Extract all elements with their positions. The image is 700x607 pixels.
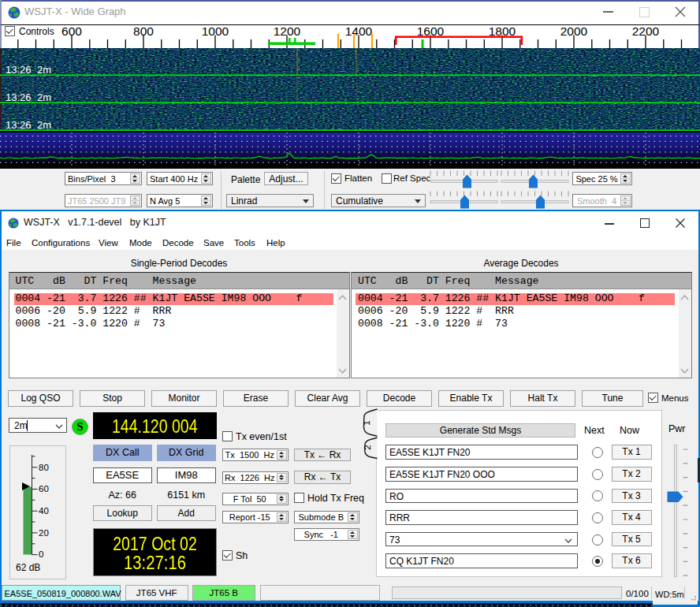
svg-text:2m: 2m xyxy=(37,91,51,103)
svg-text:60: 60 xyxy=(39,484,49,493)
svg-text:0: 0 xyxy=(39,549,43,559)
svg-text:80: 80 xyxy=(39,463,49,472)
svg-text:40: 40 xyxy=(39,506,49,516)
svg-text:13:26: 13:26 xyxy=(6,91,32,103)
svg-text:1: 1 xyxy=(362,420,371,425)
svg-text:13:26: 13:26 xyxy=(6,64,32,76)
svg-text:2m: 2m xyxy=(37,119,51,131)
svg-text:20: 20 xyxy=(39,528,49,538)
svg-text:2m: 2m xyxy=(37,64,51,76)
svg-text:13:26: 13:26 xyxy=(6,119,32,131)
svg-text:2: 2 xyxy=(363,445,372,449)
